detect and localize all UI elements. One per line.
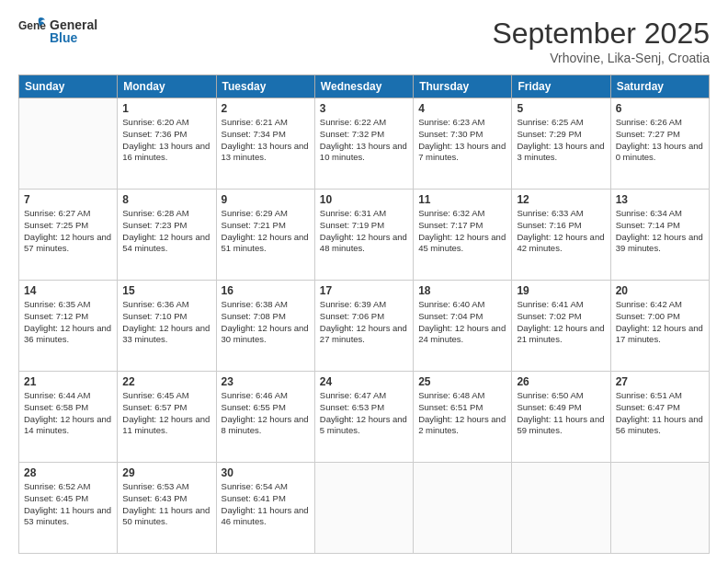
daylight: Daylight: 12 hours and 36 minutes. [24, 323, 111, 345]
day-cell [512, 463, 610, 554]
day-cell: 14 Sunrise: 6:35 AM Sunset: 7:12 PM Dayl… [19, 281, 118, 372]
daylight: Daylight: 11 hours and 53 minutes. [24, 505, 111, 527]
day-header-saturday: Saturday [610, 75, 709, 98]
sunset: Sunset: 7:36 PM [122, 129, 187, 139]
sunrise: Sunrise: 6:38 AM [222, 299, 288, 309]
day-header-sunday: Sunday [19, 75, 118, 98]
sunset: Sunset: 6:49 PM [517, 402, 581, 412]
sunset: Sunset: 7:19 PM [320, 220, 384, 230]
day-number: 26 [517, 375, 605, 388]
logo-general-text: General [50, 18, 97, 31]
svg-text:General: General [18, 19, 46, 32]
sunset: Sunset: 7:25 PM [24, 220, 88, 230]
daylight: Daylight: 13 hours and 10 minutes. [320, 141, 407, 163]
sunset: Sunset: 7:32 PM [320, 129, 384, 139]
day-number: 22 [122, 375, 210, 388]
day-cell: 30 Sunrise: 6:54 AM Sunset: 6:41 PM Dayl… [216, 463, 314, 554]
sunrise: Sunrise: 6:54 AM [222, 481, 288, 491]
day-number: 27 [616, 375, 704, 388]
week-row-1: 1 Sunrise: 6:20 AM Sunset: 7:36 PM Dayli… [19, 98, 710, 190]
day-number: 9 [222, 193, 310, 206]
sunrise: Sunrise: 6:29 AM [222, 208, 288, 218]
day-header-monday: Monday [118, 75, 216, 98]
day-cell [19, 98, 118, 190]
sunset: Sunset: 7:12 PM [24, 311, 88, 321]
sunset: Sunset: 6:47 PM [616, 402, 680, 412]
day-number: 20 [616, 284, 704, 297]
day-info: Sunrise: 6:32 AM Sunset: 7:17 PM Dayligh… [418, 208, 506, 255]
day-cell: 21 Sunrise: 6:44 AM Sunset: 6:58 PM Dayl… [19, 372, 118, 463]
week-row-2: 7 Sunrise: 6:27 AM Sunset: 7:25 PM Dayli… [19, 190, 710, 281]
day-cell: 26 Sunrise: 6:50 AM Sunset: 6:49 PM Dayl… [512, 372, 610, 463]
sunrise: Sunrise: 6:26 AM [616, 117, 682, 127]
daylight: Daylight: 12 hours and 45 minutes. [418, 232, 506, 254]
daylight: Daylight: 12 hours and 11 minutes. [122, 414, 210, 436]
day-number: 1 [122, 102, 210, 115]
day-number: 7 [24, 193, 112, 206]
day-header-wednesday: Wednesday [314, 75, 413, 98]
day-cell: 2 Sunrise: 6:21 AM Sunset: 7:34 PM Dayli… [216, 98, 314, 190]
day-number: 18 [418, 284, 506, 297]
day-cell: 17 Sunrise: 6:39 AM Sunset: 7:06 PM Dayl… [314, 281, 413, 372]
sunrise: Sunrise: 6:52 AM [24, 481, 90, 491]
day-info: Sunrise: 6:51 AM Sunset: 6:47 PM Dayligh… [616, 390, 704, 437]
day-number: 11 [418, 193, 506, 206]
day-number: 19 [517, 284, 605, 297]
daylight: Daylight: 11 hours and 56 minutes. [616, 414, 703, 436]
sunset: Sunset: 7:34 PM [222, 129, 286, 139]
day-cell: 7 Sunrise: 6:27 AM Sunset: 7:25 PM Dayli… [19, 190, 118, 281]
daylight: Daylight: 12 hours and 57 minutes. [24, 232, 111, 254]
logo: General General Blue [18, 17, 97, 46]
day-number: 3 [320, 102, 408, 115]
day-info: Sunrise: 6:41 AM Sunset: 7:02 PM Dayligh… [517, 299, 605, 346]
daylight: Daylight: 12 hours and 54 minutes. [122, 232, 210, 254]
day-number: 25 [418, 375, 506, 388]
sunrise: Sunrise: 6:33 AM [517, 208, 583, 218]
daylight: Daylight: 12 hours and 27 minutes. [320, 323, 407, 345]
day-number: 5 [517, 102, 605, 115]
day-header-friday: Friday [512, 75, 610, 98]
day-info: Sunrise: 6:53 AM Sunset: 6:43 PM Dayligh… [122, 481, 210, 528]
day-info: Sunrise: 6:45 AM Sunset: 6:57 PM Dayligh… [122, 390, 210, 437]
day-info: Sunrise: 6:33 AM Sunset: 7:16 PM Dayligh… [517, 208, 605, 255]
daylight: Daylight: 12 hours and 5 minutes. [320, 414, 407, 436]
sunset: Sunset: 7:23 PM [122, 220, 187, 230]
sunset: Sunset: 6:55 PM [222, 402, 286, 412]
day-info: Sunrise: 6:31 AM Sunset: 7:19 PM Dayligh… [320, 208, 408, 255]
day-cell: 22 Sunrise: 6:45 AM Sunset: 6:57 PM Dayl… [118, 372, 216, 463]
day-info: Sunrise: 6:40 AM Sunset: 7:04 PM Dayligh… [418, 299, 506, 346]
day-cell: 8 Sunrise: 6:28 AM Sunset: 7:23 PM Dayli… [118, 190, 216, 281]
day-cell: 13 Sunrise: 6:34 AM Sunset: 7:14 PM Dayl… [610, 190, 709, 281]
sunrise: Sunrise: 6:20 AM [122, 117, 188, 127]
sunset: Sunset: 6:45 PM [24, 493, 88, 503]
sunset: Sunset: 7:02 PM [517, 311, 581, 321]
sunrise: Sunrise: 6:36 AM [122, 299, 188, 309]
day-header-thursday: Thursday [414, 75, 512, 98]
day-cell: 10 Sunrise: 6:31 AM Sunset: 7:19 PM Dayl… [314, 190, 413, 281]
sunrise: Sunrise: 6:45 AM [122, 390, 188, 400]
sunrise: Sunrise: 6:51 AM [616, 390, 682, 400]
day-number: 15 [122, 284, 210, 297]
day-cell: 9 Sunrise: 6:29 AM Sunset: 7:21 PM Dayli… [216, 190, 314, 281]
sunrise: Sunrise: 6:39 AM [320, 299, 386, 309]
calendar-table: SundayMondayTuesdayWednesdayThursdayFrid… [18, 75, 710, 554]
sunset: Sunset: 6:51 PM [418, 402, 483, 412]
daylight: Daylight: 13 hours and 3 minutes. [517, 141, 604, 163]
calendar-page: General General Blue September 2025 Vrho… [0, 0, 728, 563]
day-number: 4 [418, 102, 506, 115]
sunrise: Sunrise: 6:23 AM [418, 117, 484, 127]
sunset: Sunset: 6:58 PM [24, 402, 88, 412]
week-row-4: 21 Sunrise: 6:44 AM Sunset: 6:58 PM Dayl… [19, 372, 710, 463]
logo-icon: General [18, 17, 46, 46]
daylight: Daylight: 12 hours and 30 minutes. [222, 323, 309, 345]
daylight: Daylight: 13 hours and 7 minutes. [418, 141, 506, 163]
day-number: 8 [122, 193, 210, 206]
day-info: Sunrise: 6:34 AM Sunset: 7:14 PM Dayligh… [616, 208, 704, 255]
day-cell: 11 Sunrise: 6:32 AM Sunset: 7:17 PM Dayl… [414, 190, 512, 281]
day-number: 2 [222, 102, 310, 115]
daylight: Daylight: 12 hours and 48 minutes. [320, 232, 407, 254]
day-cell: 27 Sunrise: 6:51 AM Sunset: 6:47 PM Dayl… [610, 372, 709, 463]
daylight: Daylight: 11 hours and 50 minutes. [122, 505, 210, 527]
sunset: Sunset: 6:43 PM [122, 493, 187, 503]
day-info: Sunrise: 6:28 AM Sunset: 7:23 PM Dayligh… [122, 208, 210, 255]
